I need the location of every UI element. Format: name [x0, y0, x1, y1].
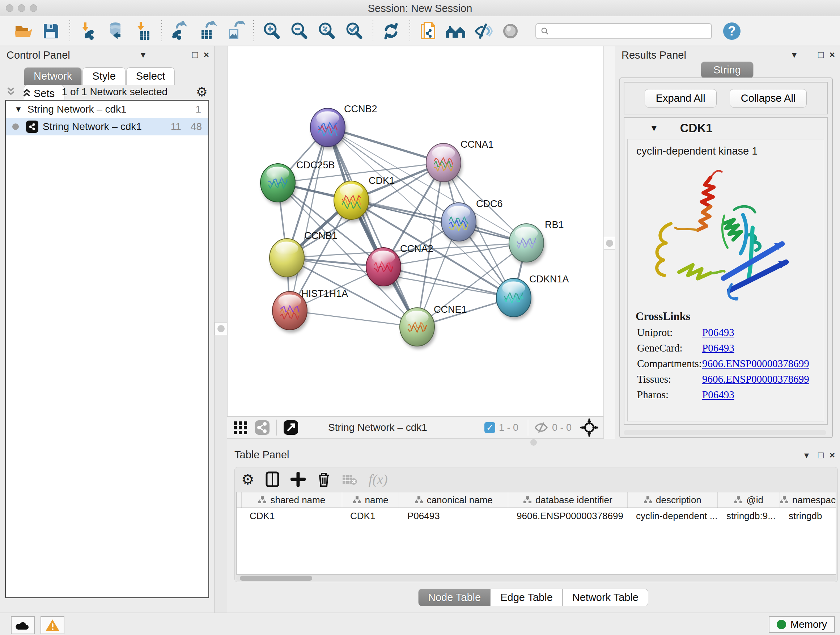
hide-glass-button[interactable] [472, 20, 494, 42]
tab-style[interactable]: Style [82, 67, 125, 85]
left-splitter[interactable] [214, 46, 228, 613]
refresh-button[interactable] [380, 20, 402, 42]
network-edge[interactable] [290, 310, 417, 327]
export-network-icon [170, 21, 190, 41]
tree-expand-icon[interactable]: ▼ [14, 105, 22, 114]
houses-icon [444, 21, 467, 41]
uniprot-link[interactable]: P06493 [702, 326, 734, 339]
control-panel-close-icon[interactable]: × [204, 49, 209, 60]
import-network-button[interactable] [77, 20, 99, 42]
export-table-button[interactable] [196, 20, 218, 42]
network-options-gear-icon[interactable]: ⚙ [196, 84, 208, 100]
column-header[interactable]: description [628, 492, 718, 508]
crosshair-icon[interactable] [580, 418, 598, 437]
right-splitter[interactable] [603, 46, 615, 439]
zoom-in-button[interactable] [261, 20, 283, 42]
zoom-selected-button[interactable] [343, 20, 365, 42]
clear-table-icon[interactable] [342, 473, 358, 486]
import-table-button[interactable] [132, 20, 154, 42]
sphere-view-button[interactable] [499, 20, 522, 42]
save-session-button[interactable] [40, 20, 62, 42]
share-document-icon [418, 21, 438, 41]
control-panel-menu-icon[interactable]: ▾ [141, 49, 145, 60]
network-edge[interactable] [290, 127, 328, 310]
pharos-link[interactable]: P06493 [702, 389, 734, 401]
birdseye-view-icon[interactable] [283, 419, 299, 436]
tissues-link[interactable]: 9606.ENSP00000378699 [702, 373, 809, 385]
export-network-button[interactable] [169, 20, 191, 42]
results-panel-menu-icon[interactable]: ▾ [792, 49, 797, 60]
network-share-mode-icon[interactable] [254, 419, 271, 436]
zoom-fit-button[interactable] [316, 20, 338, 42]
column-header[interactable]: canonical name [399, 492, 508, 508]
table-panel-close-icon[interactable]: × [829, 450, 835, 461]
expand-all-icon[interactable] [21, 87, 33, 97]
hidden-eye-slash-icon[interactable] [534, 421, 548, 434]
control-panel-float-icon[interactable]: □ [192, 49, 198, 60]
share-document-button[interactable] [417, 20, 439, 42]
zoom-out-icon [289, 21, 309, 41]
column-header[interactable]: name [342, 492, 399, 508]
node-label-CCNE1: CCNE1 [434, 304, 467, 315]
toolbar-separator [373, 20, 373, 42]
search-icon [540, 27, 549, 36]
grid-mode-icon[interactable] [232, 419, 249, 436]
add-column-icon[interactable] [291, 472, 306, 487]
column-header[interactable]: database identifier [508, 492, 628, 508]
delete-column-icon[interactable] [317, 471, 331, 488]
search-input[interactable] [549, 25, 707, 37]
cloud-status-button[interactable] [11, 616, 35, 634]
results-scrollbar[interactable] [624, 430, 826, 435]
results-panel-float-icon[interactable]: □ [818, 49, 824, 60]
import-database-button[interactable] [104, 20, 126, 42]
column-header[interactable]: namespac [780, 492, 836, 508]
show-columns-icon[interactable] [265, 471, 279, 488]
tab-network-table[interactable]: Network Table [562, 589, 648, 606]
table-panel-float-icon[interactable]: □ [818, 450, 824, 461]
left-splitter-handle[interactable] [215, 322, 227, 335]
tab-select[interactable]: Select [126, 67, 175, 85]
collapse-all-button[interactable]: Collapse All [729, 89, 807, 108]
hidden-counts: 0 - 0 [552, 422, 572, 433]
tab-network[interactable]: Network [24, 67, 82, 85]
help-button[interactable]: ? [721, 20, 743, 42]
table-panel-divider[interactable] [227, 439, 840, 446]
open-session-button[interactable] [12, 20, 35, 42]
collapse-all-icon[interactable] [5, 87, 17, 97]
refresh-icon [381, 21, 401, 41]
tab-edge-table[interactable]: Edge Table [491, 589, 562, 606]
warnings-button[interactable] [41, 616, 65, 634]
crosslink-label: Compartments: [637, 358, 702, 370]
table-hscrollbar[interactable] [236, 575, 836, 581]
network-canvas[interactable]: CCNB2CCNA1CDC25BCDK1CDC6RB1CCNB1CCNA2CDK… [227, 46, 604, 416]
tab-node-table[interactable]: Node Table [418, 589, 491, 606]
column-header[interactable]: shared name [242, 492, 342, 508]
section-description: cyclin-dependent kinase 1 [636, 145, 824, 157]
function-builder-icon[interactable]: f(x) [369, 471, 388, 487]
compartments-link[interactable]: 9606.ENSP00000378699 [702, 358, 809, 370]
right-splitter-handle[interactable] [604, 237, 615, 250]
genecard-link[interactable]: P06493 [702, 342, 734, 354]
network-row[interactable]: String Network – cdk1 11 48 [6, 118, 208, 135]
section-collapse-icon[interactable]: ▼ [650, 123, 658, 133]
table-panel-title: Table Panel [234, 449, 289, 461]
zoom-out-button[interactable] [288, 20, 310, 42]
table-panel-menu-icon[interactable]: ▾ [804, 450, 809, 461]
window-title: Session: New Session [0, 3, 840, 14]
expand-all-button[interactable]: Expand All [645, 89, 717, 108]
collection-count: 1 [195, 103, 201, 115]
string-home-button[interactable] [444, 20, 467, 42]
memory-button[interactable]: Memory [769, 616, 835, 633]
selected-checkbox-icon[interactable]: ✓ [485, 422, 495, 433]
tab-string[interactable]: String [701, 62, 753, 78]
cdk1-section-header[interactable]: ▼ CDK1 [624, 118, 827, 138]
network-collection-row[interactable]: ▼ String Network – cdk1 1 [6, 101, 208, 118]
table-hscrollbar-thumb[interactable] [240, 576, 312, 581]
results-panel-close-icon[interactable]: × [829, 49, 835, 60]
export-image-button[interactable] [224, 20, 246, 42]
cdk1-section-body: cyclin-dependent kinase 1 [627, 139, 824, 421]
table-settings-gear-icon[interactable]: ⚙ [241, 471, 254, 488]
column-header[interactable]: @id [718, 492, 780, 508]
results-panel-title: Results Panel [622, 49, 686, 61]
table-row[interactable]: CDK1 CDK1 P06493 9606.ENSP00000378699 cy… [237, 508, 836, 524]
